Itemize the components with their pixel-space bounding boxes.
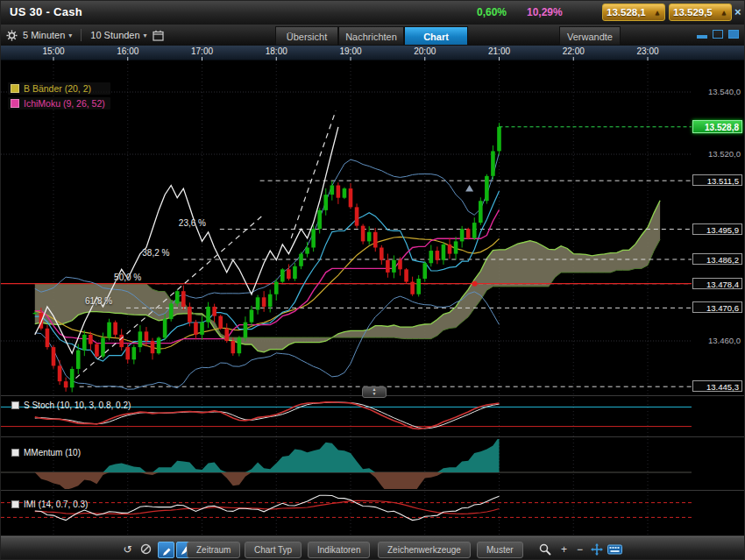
candle-body <box>107 323 111 338</box>
buy-arrow-up-icon: ▲ <box>720 9 727 17</box>
candle-body <box>89 335 93 344</box>
title-bar: US 30 - Cash 0,60% 10,29% 13.528,1 ▲ 13.… <box>1 1 745 25</box>
gear-icon[interactable] <box>6 30 18 41</box>
candle-body <box>250 310 254 323</box>
candle-body <box>293 266 297 279</box>
candle-body <box>58 365 62 381</box>
candle-body <box>157 337 161 353</box>
candle-body <box>52 347 56 365</box>
candle-body <box>330 186 335 195</box>
candle-body <box>169 303 174 319</box>
zoom-icon[interactable] <box>537 542 552 556</box>
candle-body <box>95 344 99 357</box>
price-level-label[interactable]: 13.486,2 <box>692 253 742 265</box>
close-icon[interactable]: × <box>734 5 741 18</box>
candle-body <box>64 381 68 387</box>
window-minimize-icon[interactable] <box>697 35 707 39</box>
candle-body <box>386 260 390 273</box>
candle-body <box>244 323 248 338</box>
chart-typ-button[interactable]: Chart Typ <box>245 542 302 558</box>
panel-label-imi[interactable]: IMI (14, 0.7, 0.3) <box>11 500 88 509</box>
candle-body <box>280 269 285 281</box>
candle-body <box>238 337 242 353</box>
panel-label-text: MMentum (10) <box>24 448 81 457</box>
sell-price-button[interactable]: 13.528,1 ▲ <box>602 4 665 21</box>
calendar-icon[interactable] <box>153 30 164 41</box>
price-chart-canvas[interactable] <box>1 46 745 536</box>
tab-chart[interactable]: Chart <box>404 26 468 46</box>
panel-label-stoch[interactable]: S Stoch (10, 10, 3, 0.8, 0.2) <box>11 401 131 410</box>
panel-splitter-handle[interactable]: ▲▼ <box>362 386 387 398</box>
candle-body <box>398 260 402 270</box>
zoom-in-icon[interactable]: + <box>557 542 571 556</box>
candle-body <box>224 329 229 341</box>
candle-body <box>317 210 322 229</box>
tab-verwandte[interactable]: Verwandte <box>559 26 621 46</box>
legend-item-ichimoku[interactable]: IchiMoku (9, 26, 52) <box>8 97 110 110</box>
undo-icon[interactable]: ↺ <box>120 542 135 556</box>
zoom-out-icon[interactable]: − <box>572 542 587 556</box>
candle-body <box>268 294 273 307</box>
price-axis-label: 13.460,0 <box>690 336 741 345</box>
indikatoren-button[interactable]: Indikatoren <box>308 542 370 558</box>
candle-body <box>472 223 477 238</box>
toolbar-separator <box>81 29 82 41</box>
legend-label: IchiMoku (9, 26, 52) <box>24 98 105 109</box>
time-axis-label: 23:00 <box>632 46 663 56</box>
buy-price-button[interactable]: 13.529,5 ▲ <box>669 4 732 21</box>
candle-body <box>33 313 38 314</box>
candle-body <box>113 323 117 335</box>
panel-label-text: IMI (14, 0.7, 0.3) <box>24 500 88 509</box>
candle-body <box>448 245 452 254</box>
zeitraum-button[interactable]: Zeitraum <box>187 542 240 558</box>
candle-body <box>287 269 291 279</box>
interval-value: 5 Minuten <box>23 30 65 40</box>
range-dropdown[interactable]: 10 Stunden ▾ <box>90 30 146 40</box>
zeichenwerkzeuge-button[interactable]: Zeichenwerkzeuge <box>378 542 471 558</box>
candle-body <box>429 251 434 263</box>
price-level-label[interactable]: 13.511,5 <box>692 174 742 186</box>
candle-body <box>343 188 347 198</box>
candle-body <box>404 269 408 281</box>
bottom-toolbar: ↺ Zeitraum Chart Typ Indikatoren Zeichen… <box>1 536 745 560</box>
time-axis-label: 15:00 <box>38 46 69 56</box>
sell-arrow-up-icon: ▲ <box>654 9 661 17</box>
candle-body <box>466 229 471 238</box>
window-dock-icon[interactable] <box>728 30 739 39</box>
clear-drawings-icon[interactable] <box>138 542 153 556</box>
price-axis-label: 13.520,0 <box>690 149 741 159</box>
candle-body <box>125 347 130 359</box>
muster-button[interactable]: Muster <box>477 542 523 558</box>
price-level-label[interactable]: 13.470,6 <box>692 301 742 313</box>
window-restore-icon[interactable] <box>713 30 723 39</box>
price-level-label[interactable]: 13.478,4 <box>692 278 742 289</box>
panel-label-momentum[interactable]: MMentum (10) <box>11 448 81 457</box>
candle-body <box>373 232 378 248</box>
candle-body <box>491 151 495 175</box>
candle-body <box>101 337 105 356</box>
trade-marker-dot[interactable] <box>472 281 478 287</box>
time-axis-label: 16:00 <box>112 46 144 56</box>
chart-area[interactable]: 15:0016:0017:0018:0019:0020:0021:0022:00… <box>1 46 745 536</box>
time-axis-label: 19:00 <box>335 46 366 56</box>
candle-body <box>145 331 149 341</box>
buy-price-value: 13.529,5 <box>673 7 713 18</box>
legend-item-bbands[interactable]: B Bänder (20, 2) <box>8 82 110 95</box>
tab-nachrichten[interactable]: Nachrichten <box>338 26 404 46</box>
fib-level-label: 38,2 % <box>142 248 169 258</box>
candle-body <box>256 297 260 309</box>
tab-uebersicht[interactable]: Übersicht <box>275 26 338 46</box>
price-level-label[interactable]: 13.445,3 <box>692 380 742 392</box>
pencil-icon[interactable] <box>158 542 174 558</box>
panel-bullet-icon <box>11 500 19 508</box>
keyboard-icon[interactable] <box>607 542 622 556</box>
price-level-label[interactable]: 13.495,9 <box>692 223 742 235</box>
sell-price-value: 13.528,1 <box>607 7 646 18</box>
candle-body <box>274 282 279 294</box>
panel-label-text: S Stoch (10, 10, 3, 0.8, 0.2) <box>24 401 131 410</box>
interval-dropdown[interactable]: 5 Minuten ▾ <box>23 30 72 40</box>
pan-move-icon[interactable] <box>589 542 604 556</box>
fib-level-label: 61,8 % <box>85 296 112 306</box>
candle-body <box>76 351 81 369</box>
chevron-down-icon: ▾ <box>144 32 147 39</box>
